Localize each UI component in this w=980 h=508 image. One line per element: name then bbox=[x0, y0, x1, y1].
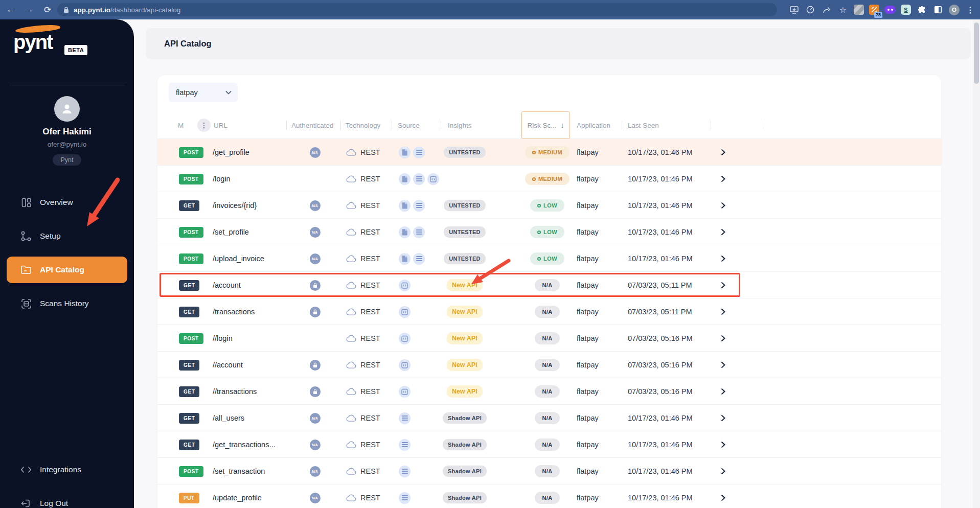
browser-menu-dots-icon[interactable]: ⋮ bbox=[965, 4, 976, 15]
table-row--set-transaction[interactable]: POST/set_transactionN/ARESTShadow APIN/A… bbox=[157, 458, 941, 484]
url-bar[interactable]: app.pynt.io/dashboard/api-catalog bbox=[57, 3, 777, 16]
sidebar-item-overview[interactable]: Overview bbox=[0, 189, 134, 216]
table-header-method[interactable]: M bbox=[178, 111, 184, 139]
table-row--get-profile[interactable]: POST/get_profileN/ARESTUNTESTEDMEDIUMfla… bbox=[157, 139, 941, 166]
user-name: Ofer Hakimi bbox=[0, 127, 134, 137]
cloud-icon bbox=[346, 335, 357, 342]
table-row--set-profile[interactable]: POST/set_profileN/ARESTUNTESTEDLOWflatpa… bbox=[157, 219, 941, 245]
row-expand-chevron-icon[interactable] bbox=[717, 139, 729, 166]
sidebar-item-setup[interactable]: Setup bbox=[0, 223, 134, 249]
browser-forward-button[interactable]: → bbox=[21, 2, 37, 17]
row-expand-chevron-icon[interactable] bbox=[717, 431, 729, 458]
row-expand-chevron-icon[interactable] bbox=[717, 192, 729, 219]
browser-reload-button[interactable]: ⟳ bbox=[40, 2, 55, 17]
technology-label: REST bbox=[360, 228, 380, 236]
main-content: API Catalog flatpay M ⋮ URL Authenticate… bbox=[134, 19, 974, 508]
last-seen-cell: 10/17/23, 01:46 PM bbox=[628, 458, 693, 484]
table-header-risk-label: Risk Sc... bbox=[527, 122, 556, 129]
auth-lock-icon bbox=[310, 360, 321, 371]
sidebar-item-integrations[interactable]: Integrations bbox=[0, 456, 134, 483]
row-expand-chevron-icon[interactable] bbox=[717, 325, 729, 352]
application-cell: flatpay bbox=[577, 405, 599, 431]
technology-label: REST bbox=[360, 494, 380, 502]
table-header-risk-score-sort[interactable]: Risk Sc... ↓ bbox=[521, 111, 570, 139]
extension-s-icon[interactable]: S bbox=[901, 5, 911, 15]
table-row--login[interactable]: POST/loginRESTMEDIUMflatpay10/17/23, 01:… bbox=[157, 166, 941, 192]
browser-profile-avatar[interactable]: O bbox=[949, 5, 960, 15]
table-row--update-profile[interactable]: PUT/update_profileN/ARESTShadow APIN/Afl… bbox=[157, 484, 941, 508]
code-icon bbox=[20, 464, 32, 475]
last-seen-cell: 10/17/23, 01:46 PM bbox=[628, 192, 693, 219]
last-seen-cell: 10/17/23, 01:46 PM bbox=[628, 139, 693, 166]
row-expand-chevron-icon[interactable] bbox=[717, 458, 729, 484]
row-expand-chevron-icon[interactable] bbox=[717, 405, 729, 431]
source-code-icon bbox=[399, 333, 411, 344]
cloud-icon bbox=[346, 441, 357, 449]
extension-gray-icon[interactable] bbox=[854, 5, 864, 15]
performance-icon[interactable] bbox=[805, 4, 816, 15]
table-row--transactions[interactable]: GET/transactionsRESTNew APIN/Aflatpay07/… bbox=[157, 298, 941, 325]
table-header-last-seen[interactable]: Last Seen bbox=[628, 111, 659, 139]
table-header-authenticated[interactable]: Authenticated bbox=[291, 111, 334, 139]
url-cell: /get_profile bbox=[213, 139, 249, 166]
url-cell: //transactions bbox=[213, 378, 257, 405]
row-expand-chevron-icon[interactable] bbox=[717, 378, 729, 405]
extensions-puzzle-icon[interactable] bbox=[916, 4, 927, 15]
application-cell: flatpay bbox=[577, 192, 599, 219]
table-row--account[interactable]: GET//accountRESTNew APIN/Aflatpay07/03/2… bbox=[157, 352, 941, 378]
source-document-icon bbox=[399, 173, 411, 185]
table-row--login[interactable]: POST//loginRESTNew APIN/Aflatpay07/03/23… bbox=[157, 325, 941, 352]
source-code-icon bbox=[399, 306, 411, 318]
row-expand-chevron-icon[interactable] bbox=[717, 298, 729, 325]
url-cell: /set_profile bbox=[213, 219, 249, 245]
application-selector[interactable]: flatpay bbox=[169, 83, 238, 102]
url-cell: //login bbox=[213, 325, 233, 352]
source-document-icon bbox=[399, 200, 411, 212]
install-icon[interactable] bbox=[788, 4, 800, 15]
row-expand-chevron-icon[interactable] bbox=[717, 166, 729, 192]
source-document-icon bbox=[399, 253, 411, 265]
overview-icon bbox=[20, 197, 32, 208]
risk-score-badge: N/A bbox=[535, 492, 559, 504]
table-row--invoices-rid-[interactable]: GET/invoices/{rid}N/ARESTUNTESTEDLOWflat… bbox=[157, 192, 941, 219]
table-header-technology[interactable]: Technology bbox=[346, 111, 380, 139]
table-row--transactions[interactable]: GET//transactionsRESTNew APIN/Aflatpay07… bbox=[157, 378, 941, 405]
url-path: /dashboard/api-catalog bbox=[110, 6, 180, 14]
row-expand-chevron-icon[interactable] bbox=[717, 272, 729, 298]
method-badge: GET bbox=[179, 200, 199, 211]
insights-badge: UNTESTED bbox=[444, 200, 486, 211]
bookmark-star-icon[interactable]: ☆ bbox=[837, 4, 849, 15]
page-title: API Catalog bbox=[164, 39, 212, 49]
source-list-icon bbox=[399, 439, 411, 451]
row-expand-chevron-icon[interactable] bbox=[717, 484, 729, 508]
table-row--account[interactable]: GET/accountRESTNew APIN/Aflatpay07/03/23… bbox=[157, 272, 941, 298]
table-row--get-transactions-[interactable]: GET/get_transactions...N/ARESTShadow API… bbox=[157, 431, 941, 458]
row-expand-chevron-icon[interactable] bbox=[717, 219, 729, 245]
url-cell: /all_users bbox=[213, 405, 244, 431]
browser-back-button[interactable]: ← bbox=[3, 2, 18, 17]
row-expand-chevron-icon[interactable] bbox=[717, 352, 729, 378]
table-row--upload-invoice[interactable]: POST/upload_invoiceN/ARESTUNTESTEDLOWfla… bbox=[157, 245, 941, 272]
table-header-source[interactable]: Source bbox=[398, 111, 420, 139]
row-expand-chevron-icon[interactable] bbox=[717, 245, 729, 272]
extension-orange-icon[interactable]: 78 bbox=[869, 5, 879, 15]
sidebar-item-log-out[interactable]: Log Out bbox=[0, 490, 134, 508]
auth-na-badge: N/A bbox=[310, 227, 321, 238]
last-seen-cell: 10/17/23, 01:46 PM bbox=[628, 431, 693, 458]
source-code-icon bbox=[399, 386, 411, 398]
url-cell: /get_transactions... bbox=[213, 431, 276, 458]
page-header: API Catalog bbox=[146, 28, 971, 59]
user-avatar-icon bbox=[54, 96, 80, 122]
table-row--all-users[interactable]: GET/all_usersN/ARESTShadow APIN/Aflatpay… bbox=[157, 405, 941, 431]
split-screen-icon[interactable] bbox=[932, 4, 944, 15]
table-header-insights[interactable]: Insights bbox=[448, 111, 472, 139]
sidebar-item-api-catalog[interactable]: API Catalog bbox=[7, 257, 127, 283]
insights-badge: New API bbox=[447, 332, 483, 344]
share-icon[interactable] bbox=[821, 4, 832, 15]
sidebar-item-scans-history[interactable]: Scans History bbox=[0, 290, 134, 317]
page-scrollbar-thumb[interactable] bbox=[974, 22, 979, 84]
extension-purple-icon[interactable] bbox=[884, 6, 896, 14]
table-header-application[interactable]: Application bbox=[577, 111, 610, 139]
table-header-url[interactable]: URL bbox=[214, 111, 227, 139]
technology-label: REST bbox=[360, 414, 380, 422]
